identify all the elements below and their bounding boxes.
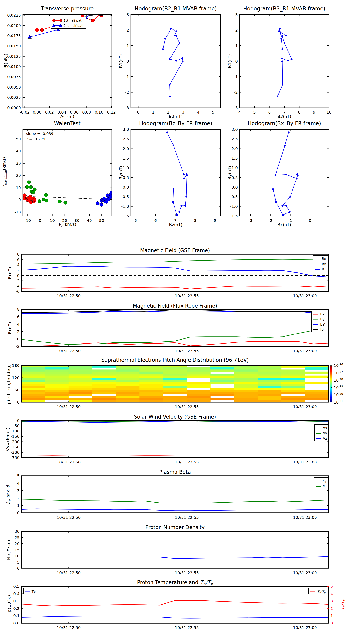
heatmap-cell <box>210 378 234 380</box>
marker-2nd half path <box>89 12 92 16</box>
x-tick-label: -2 <box>269 218 272 223</box>
x-tick-label: 0.02 <box>45 110 54 114</box>
x-tick-label: 10/31 23:00 <box>293 570 317 575</box>
marker-BxBy-path <box>296 178 298 179</box>
y-tick-label: 0.0 <box>13 621 19 626</box>
heatmap-cell <box>21 396 45 398</box>
title-mf-gse: Magnetic Field (GSE Frame) <box>21 248 329 253</box>
y2-tick-label: 4 <box>331 592 333 596</box>
heatmap-cell <box>116 394 140 396</box>
heatmap-cell <box>163 396 187 398</box>
title-hodogram-b2b1: Hodogram(B2_B1 MVAB frame) <box>131 6 221 12</box>
x-tick-label: 0 <box>309 218 312 223</box>
heatmap-cell <box>163 392 187 394</box>
marker-B2B1-path <box>164 38 166 40</box>
y-tick-label: 8 <box>17 307 19 312</box>
y-tick-label: -1.5 <box>230 214 238 218</box>
heatmap-cell <box>305 398 329 400</box>
heatmap-cell <box>116 382 140 384</box>
series-line-beta-p <box>21 509 329 511</box>
marker-B2B1-path <box>174 35 175 36</box>
y-tick-label: 1 <box>126 43 129 48</box>
heatmap-cell <box>234 372 258 374</box>
heatmap-cell <box>281 372 305 374</box>
heatmap-cell <box>258 380 281 382</box>
chart-proton-density: 10/31 22:5010/31 22:5510/31 23:000510152… <box>15 529 329 575</box>
x-tick-label: 7 <box>283 110 286 114</box>
y-tick-label: 3.0 <box>232 127 238 132</box>
heatmap-cell <box>92 374 116 376</box>
y-tick-label: -1.0 <box>230 204 238 209</box>
heatmap-cell <box>21 384 45 386</box>
y-tick-label: 0.0175 <box>7 33 21 38</box>
x-tick-label: 10/31 22:55 <box>175 294 199 298</box>
y-tick-label: -6 <box>15 289 19 294</box>
annotation-text: slope = -0.039 <box>26 132 53 136</box>
y-tick-label: 0.0200 <box>7 23 21 28</box>
y-tick-label: -350 <box>11 455 19 460</box>
marker-BxBy-path <box>288 131 290 133</box>
heatmap-cell <box>139 388 163 390</box>
colorbar-tick-label: 10-29 <box>334 385 343 390</box>
heatmap-cell <box>45 384 69 386</box>
legend-label: By <box>322 262 326 266</box>
marker-B3B1-path <box>285 35 287 36</box>
ylabel-proton-temp: Tp(106K) <box>6 595 11 615</box>
marker-BzBy-path <box>186 173 188 175</box>
marker-B3B1-path <box>281 61 283 62</box>
y-tick-label: 20 <box>15 541 19 546</box>
heatmap-cell <box>92 372 116 374</box>
heatmap-cell <box>69 382 92 384</box>
title-hodogram-bxby: Hodogram(Bx_By FR frame) <box>240 120 329 126</box>
heatmap-cell <box>281 398 305 400</box>
heatmap-cell <box>69 368 92 370</box>
series-line-Tp <box>21 617 329 618</box>
heatmap-cell <box>210 368 234 370</box>
marker-B2B1-path <box>169 58 171 60</box>
y-tick-label: 2.5 <box>232 136 238 141</box>
heatmap-cell <box>234 378 258 380</box>
marker-BzBy-path <box>172 201 174 203</box>
x-tick-label: 7 <box>174 218 177 223</box>
heatmap-cell <box>210 392 234 394</box>
heatmap-cell <box>163 368 187 370</box>
heatmap-cell <box>69 392 92 394</box>
plot-frame <box>131 15 221 108</box>
heatmap-cell <box>187 392 211 394</box>
y-tick-label: -1.5 <box>121 214 129 218</box>
marker-outbound-points <box>110 191 113 194</box>
heatmap-cell <box>116 392 140 394</box>
heatmap-cell <box>234 370 258 372</box>
heatmap-cell <box>281 370 305 372</box>
heatmap-cell <box>69 378 92 380</box>
series-line-B3B1-path <box>278 29 292 96</box>
y-tick-label: 0.0 <box>232 185 238 190</box>
marker-BxBy-path <box>284 144 286 146</box>
y-tick-label: -2 <box>15 278 19 283</box>
marker-B3B1-path <box>278 30 280 32</box>
marker-B3B1-path <box>282 84 283 86</box>
x-tick-label: 6 <box>154 218 157 223</box>
legend-marker <box>59 19 62 22</box>
y-tick-label: -50 <box>13 424 19 428</box>
y-tick-label: -2 <box>125 90 129 95</box>
heatmap-cell <box>187 370 211 372</box>
ylabel-te-tp-ratio: Te/Tp <box>340 600 346 610</box>
ylabel-mf-fr: B(nT) <box>7 322 12 334</box>
marker-BzBy-path <box>166 131 168 133</box>
heatmap-cell <box>258 384 281 386</box>
y-tick-label: 0.5 <box>232 175 238 180</box>
x-tick-label: 8 <box>298 110 301 114</box>
heatmap-cell <box>234 376 258 378</box>
y-tick-label: 2 <box>126 28 129 32</box>
legend-label: Bz <box>322 267 326 271</box>
y-tick-label: 8 <box>17 252 19 256</box>
y-tick-label: 0 <box>17 566 19 570</box>
heatmap-cell <box>258 396 281 398</box>
heatmap-cell <box>139 390 163 392</box>
y-tick-label: -4 <box>15 284 19 288</box>
heatmap-cell <box>281 386 305 388</box>
y-tick-label: 2 <box>17 268 19 272</box>
marker-B3B1-path <box>281 35 283 37</box>
y-tick-label: 1.5 <box>123 156 129 160</box>
